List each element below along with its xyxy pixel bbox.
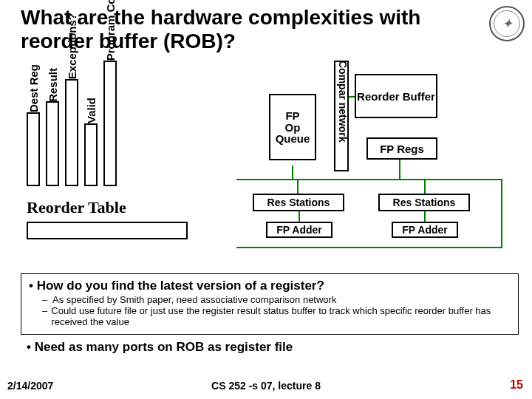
fp-op-queue-box: FP Op Queue [269, 94, 316, 160]
col-result: Result [47, 68, 59, 102]
wire [424, 179, 426, 194]
university-seal-icon: ✦ [489, 6, 525, 41]
wire [349, 96, 355, 98]
wire [399, 160, 400, 179]
bullet-1-sub-1: –As specified by Smith paper, need assoc… [42, 295, 511, 306]
footer-course: CS 252 -s 07, lecture 8 [0, 380, 532, 392]
wire [501, 179, 502, 248]
reorder-table-columns: Dest Reg Result Exceptions? Valid Progra… [27, 61, 189, 186]
bullet-2: • Need as many ports on ROB as register … [27, 340, 293, 355]
body-text-box: • How do you find the latest version of … [21, 273, 519, 335]
slide-title: What are the hardware complexities with … [21, 6, 511, 53]
wire [292, 166, 293, 179]
wire [297, 179, 299, 194]
bullet-1-sub-2: –Could use future file or just use the r… [42, 306, 511, 328]
wire [236, 179, 502, 180]
res-stations-left: Res Stations [253, 194, 344, 211]
datapath-block: FP Op Queue Compar network Reorder Buffe… [236, 61, 525, 260]
wire [424, 211, 426, 222]
fp-regs-box: FP Regs [366, 137, 437, 160]
col-dest-reg: Dest Reg [27, 64, 40, 112]
col-valid: Valid [85, 98, 98, 123]
reorder-table-label: Reorder Table [27, 198, 126, 217]
col-exceptions: Exceptions? [66, 13, 78, 79]
compar-network-label: Compar network [337, 61, 349, 142]
col-program-counter: Program Counter [104, 0, 117, 61]
fp-adder-right: FP Adder [392, 222, 458, 238]
reorder-buffer-box: Reorder Buffer [355, 74, 437, 118]
fp-adder-left: FP Adder [266, 222, 332, 238]
reorder-table-box [27, 222, 188, 239]
rob-diagram: Dest Reg Result Exceptions? Valid Progra… [21, 61, 511, 264]
wire [299, 211, 300, 222]
bullet-1: • How do you find the latest version of … [29, 279, 511, 293]
page-number: 15 [510, 378, 523, 392]
res-stations-right: Res Stations [378, 194, 470, 211]
wire [236, 247, 502, 248]
